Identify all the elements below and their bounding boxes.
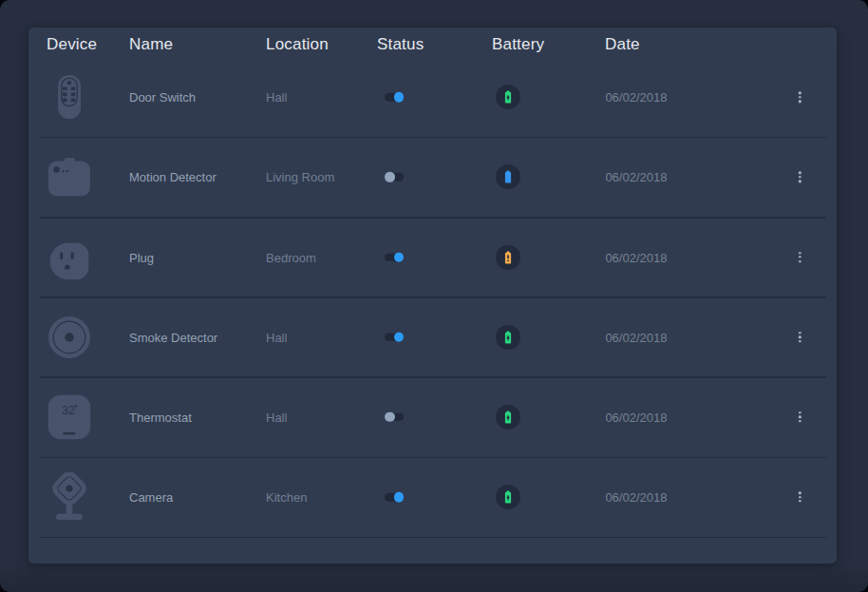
svg-text:32: 32 xyxy=(62,403,75,417)
